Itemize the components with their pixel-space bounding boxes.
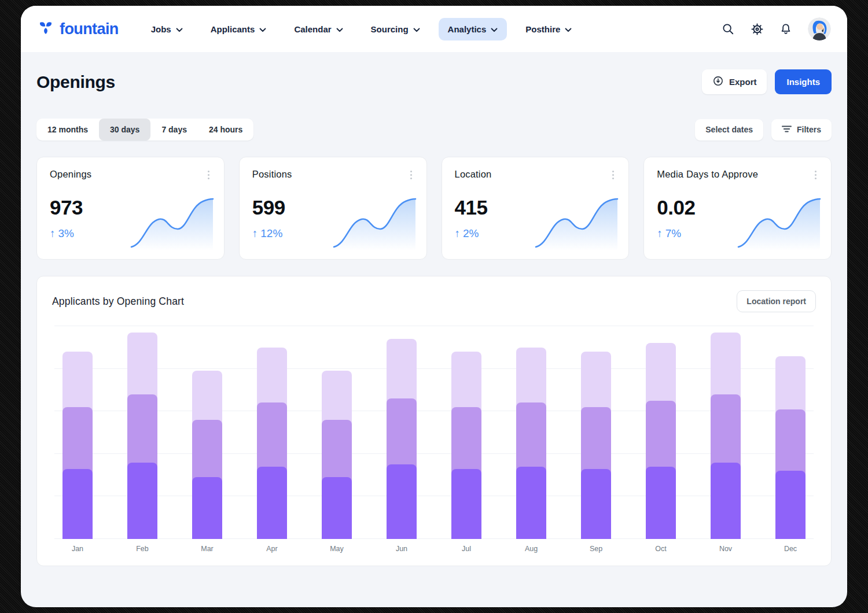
page-content: Openings Export Insights 12 months — [21, 52, 847, 607]
kebab-menu-icon[interactable] — [206, 169, 211, 181]
nav-item-posthire[interactable]: Posthire — [516, 18, 581, 40]
x-axis-label: Oct — [655, 545, 666, 553]
filters-button[interactable]: Filters — [771, 119, 832, 141]
x-axis-label: Mar — [201, 545, 214, 553]
stat-card-delta-value: 2% — [463, 227, 479, 240]
tab-30-days[interactable]: 30 days — [99, 119, 150, 141]
main-nav: Jobs Applicants Calendar Sourcing Analyt… — [142, 18, 582, 40]
insights-button[interactable]: Insights — [775, 69, 832, 94]
location-report-button[interactable]: Location report — [737, 290, 816, 312]
nav-label: Calendar — [294, 24, 331, 34]
bar-segment-segment-dark — [775, 471, 806, 539]
nav-item-applicants[interactable]: Applicants — [201, 18, 276, 40]
x-axis-label: May — [330, 545, 344, 553]
x-axis-label: Jul — [462, 545, 471, 553]
gear-icon[interactable] — [750, 22, 764, 36]
bell-icon[interactable] — [779, 22, 793, 36]
bar-group-jan[interactable]: Jan — [62, 326, 93, 539]
bar-group-oct[interactable]: Oct — [646, 326, 676, 539]
bar-group-jul[interactable]: Jul — [451, 326, 481, 539]
export-button-label: Export — [729, 77, 757, 87]
stat-card-media-days: Media Days to Approve 0.02 ↑ 7% — [643, 157, 832, 260]
trend-up-icon: ↑ — [455, 227, 461, 240]
stat-card-openings: Openings 973 ↑ 3% — [36, 157, 225, 260]
x-axis-label: Jan — [72, 545, 83, 553]
bar-group-may[interactable]: May — [322, 326, 352, 539]
trend-up-icon: ↑ — [50, 227, 56, 240]
stat-cards-row: Openings 973 ↑ 3% Positions 599 ↑ — [36, 157, 832, 260]
sparkline — [330, 197, 418, 251]
bar-group-mar[interactable]: Mar — [192, 326, 222, 539]
chart-title: Applicants by Opening Chart — [52, 296, 184, 308]
kebab-menu-icon[interactable] — [409, 169, 414, 181]
bar-segment-segment-dark — [322, 477, 352, 539]
top-navigation-bar: fountain Jobs Applicants Calendar Sourci… — [21, 6, 847, 52]
x-axis-label: Jun — [396, 545, 407, 553]
select-dates-button[interactable]: Select dates — [695, 119, 763, 141]
applicants-chart-card: Applicants by Opening Chart Location rep… — [36, 276, 832, 566]
sparkline — [532, 197, 620, 251]
nav-item-jobs[interactable]: Jobs — [142, 18, 192, 40]
search-icon[interactable] — [721, 22, 735, 36]
stat-card-title: Location — [455, 169, 492, 180]
export-button[interactable]: Export — [702, 69, 767, 94]
bar-segment-segment-dark — [257, 467, 287, 539]
nav-item-analytics[interactable]: Analytics — [439, 18, 507, 40]
sparkline — [735, 197, 823, 251]
chevron-down-icon — [259, 24, 266, 34]
chevron-down-icon — [176, 24, 183, 34]
bar-series: JanFebMarAprMayJunJulAugSepOctNovDec — [54, 326, 814, 539]
kebab-menu-icon[interactable] — [610, 169, 616, 181]
bar-group-feb[interactable]: Feb — [127, 326, 157, 539]
nav-item-sourcing[interactable]: Sourcing — [362, 18, 429, 40]
select-dates-label: Select dates — [705, 125, 753, 134]
fountain-logo[interactable]: fountain — [37, 19, 119, 39]
avatar[interactable] — [808, 17, 831, 40]
bar-group-dec[interactable]: Dec — [775, 326, 806, 539]
bar-group-apr[interactable]: Apr — [257, 326, 287, 539]
sparkline — [128, 197, 216, 251]
chevron-down-icon — [336, 24, 343, 34]
download-icon — [712, 75, 724, 88]
chevron-down-icon — [491, 24, 498, 34]
stat-card-title: Media Days to Approve — [657, 169, 758, 180]
brand-wordmark: fountain — [60, 20, 119, 38]
time-range-tabs: 12 months 30 days 7 days 24 hours — [36, 119, 253, 141]
stat-card-positions: Positions 599 ↑ 12% — [239, 157, 427, 260]
bar-segment-segment-dark — [581, 469, 611, 539]
stat-card-delta-value: 7% — [665, 227, 681, 240]
nav-item-calendar[interactable]: Calendar — [285, 18, 352, 40]
filter-icon — [782, 125, 792, 135]
page-title: Openings — [36, 72, 115, 92]
stat-card-location: Location 415 ↑ 2% — [442, 157, 630, 260]
kebab-menu-icon[interactable] — [813, 169, 818, 181]
filters-label: Filters — [797, 125, 821, 134]
nav-label: Sourcing — [371, 24, 409, 34]
x-axis-label: Nov — [719, 545, 732, 553]
bar-group-nov[interactable]: Nov — [711, 326, 741, 539]
nav-label: Applicants — [211, 24, 255, 34]
bar-segment-segment-dark — [387, 464, 417, 539]
bar-segment-segment-dark — [516, 467, 546, 539]
bar-segment-segment-dark — [62, 469, 93, 539]
trend-up-icon: ↑ — [657, 227, 663, 240]
stat-card-title: Openings — [50, 169, 91, 180]
stat-card-delta-value: 3% — [58, 227, 74, 240]
bar-chart-plot: JanFebMarAprMayJunJulAugSepOctNovDec — [54, 326, 814, 539]
bar-segment-segment-dark — [192, 477, 222, 539]
stat-card-title: Positions — [252, 169, 292, 180]
bar-group-sep[interactable]: Sep — [581, 326, 611, 539]
fountain-logo-icon — [37, 19, 54, 39]
tab-12-months[interactable]: 12 months — [36, 119, 99, 141]
bar-group-jun[interactable]: Jun — [387, 326, 417, 539]
tab-7-days[interactable]: 7 days — [150, 119, 198, 141]
bar-group-aug[interactable]: Aug — [516, 326, 546, 539]
x-axis-label: Apr — [266, 545, 277, 553]
bar-segment-segment-dark — [646, 467, 676, 539]
x-axis-label: Dec — [784, 545, 797, 553]
x-axis-label: Aug — [525, 545, 538, 553]
tab-24-hours[interactable]: 24 hours — [198, 119, 253, 141]
topbar-actions — [721, 17, 831, 40]
bar-segment-segment-dark — [451, 469, 481, 539]
x-axis-label: Sep — [590, 545, 602, 553]
